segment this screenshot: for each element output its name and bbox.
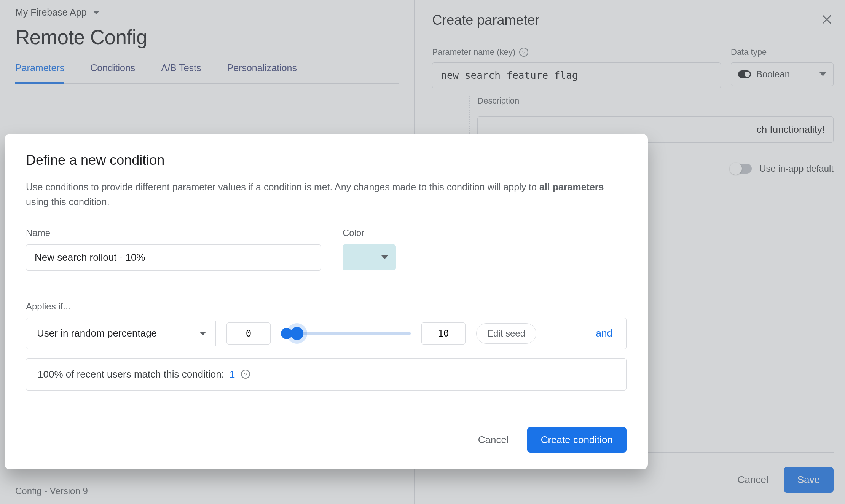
modal-description: Use conditions to provide different para…: [26, 180, 604, 209]
condition-name-input[interactable]: [26, 244, 321, 271]
create-condition-button[interactable]: Create condition: [527, 427, 627, 453]
modal-desc-post: using this condition.: [26, 196, 110, 207]
edit-seed-button[interactable]: Edit seed: [476, 323, 536, 344]
help-icon[interactable]: ?: [241, 370, 250, 379]
rule-type-label: User in random percentage: [37, 327, 157, 339]
modal-desc-pre: Use conditions to provide different para…: [26, 182, 539, 192]
modal-actions: Cancel Create condition: [26, 427, 627, 453]
modal-cancel-button[interactable]: Cancel: [478, 434, 509, 446]
range-end-input[interactable]: [421, 322, 466, 345]
color-select[interactable]: [343, 244, 396, 270]
modal-title: Define a new condition: [26, 152, 627, 168]
chevron-down-icon: [381, 255, 388, 259]
range-start-input[interactable]: [226, 322, 271, 345]
name-label: Name: [26, 228, 321, 238]
modal-fields-row: Name Color: [26, 228, 627, 271]
rule-type-select[interactable]: User in random percentage: [37, 321, 216, 346]
applies-section: Applies if... User in random percentage …: [26, 301, 627, 391]
slider-thumb-end[interactable]: [290, 327, 303, 340]
percentage-slider[interactable]: [281, 330, 411, 337]
match-summary-row: 100% of recent users match this conditio…: [26, 358, 627, 391]
applies-label: Applies if...: [26, 301, 627, 312]
define-condition-modal: Define a new condition Use conditions to…: [5, 134, 648, 469]
rule-row: User in random percentage Edit seed and: [26, 318, 627, 349]
match-text: 100% of recent users match this conditio…: [38, 368, 224, 380]
modal-desc-strong: all parameters: [539, 182, 604, 192]
condition-name-field: Name: [26, 228, 321, 271]
add-and-clause-link[interactable]: and: [596, 327, 612, 339]
color-label: Color: [343, 228, 403, 238]
condition-color-field: Color: [343, 228, 403, 271]
chevron-down-icon: [199, 332, 206, 335]
match-count: 1: [230, 368, 235, 380]
